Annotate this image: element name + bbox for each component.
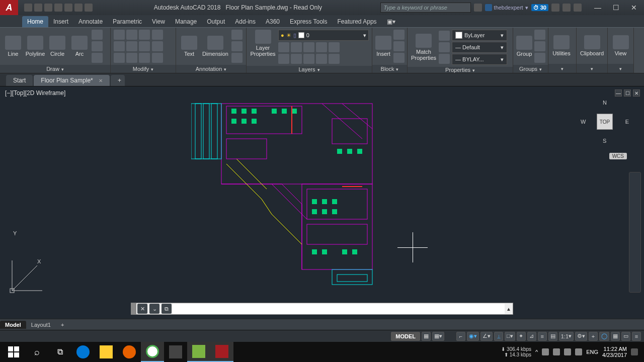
fillet-icon[interactable]	[139, 41, 150, 51]
status-isolate-icon[interactable]: ◯	[599, 332, 609, 341]
line-button[interactable]: Line	[3, 36, 23, 57]
trial-badge[interactable]: ⏱ 30	[531, 4, 548, 11]
tab-a360[interactable]: A360	[261, 16, 285, 27]
tray-notifications-icon[interactable]	[631, 348, 638, 355]
cortana-search-icon[interactable]: ⌕	[25, 342, 48, 362]
modify-tool-icon[interactable]	[152, 30, 163, 40]
minimize-button[interactable]: —	[591, 3, 605, 13]
draw-tool-icon[interactable]	[92, 41, 103, 51]
tray-volume-icon[interactable]	[564, 348, 571, 355]
layer-tool-icon[interactable]	[316, 42, 327, 52]
taskbar-chrome[interactable]	[141, 342, 164, 362]
arc-button[interactable]: Arc	[69, 36, 90, 57]
draw-tool-icon[interactable]	[92, 30, 103, 40]
taskbar-autocad[interactable]	[210, 342, 233, 362]
panel-title-draw[interactable]: Draw	[0, 65, 110, 73]
command-line[interactable]: ✕ ⌄ ⧉ ▲	[131, 303, 513, 315]
tab-insert[interactable]: Insert	[48, 16, 73, 27]
status-ortho-icon[interactable]: ∠▾	[480, 332, 493, 341]
block-tool-icon[interactable]	[393, 53, 405, 63]
layer-tool-icon[interactable]	[303, 42, 314, 52]
panel-title-block[interactable]: Block	[372, 65, 407, 73]
stay-connected-icon[interactable]	[562, 4, 571, 12]
filetab-close-icon[interactable]: ✕	[99, 78, 103, 83]
copy-icon[interactable]	[114, 41, 125, 51]
tray-chevron-icon[interactable]: ^	[535, 349, 538, 355]
viewcube-top[interactable]: TOP	[597, 114, 613, 130]
status-gear-icon[interactable]: ⚙▾	[575, 332, 587, 341]
tab-parametric[interactable]: Parametric	[108, 16, 147, 27]
panel-title-view[interactable]	[608, 64, 633, 73]
search-go-icon[interactable]	[474, 4, 482, 12]
qat-plot-icon[interactable]	[64, 4, 72, 12]
task-view-icon[interactable]: ⧉	[48, 342, 71, 362]
tray-clock[interactable]: 11:22 AM 4/23/2017	[602, 346, 627, 358]
viewcube[interactable]: N S E W TOP	[580, 97, 630, 147]
layer-tool-icon[interactable]	[329, 42, 340, 52]
rotate-icon[interactable]	[126, 30, 137, 40]
circle-button[interactable]: Circle	[47, 36, 67, 57]
tray-battery-icon[interactable]	[575, 348, 582, 355]
qat-saveas-icon[interactable]	[54, 4, 62, 12]
taskbar-firefox[interactable]	[118, 342, 141, 362]
tray-onedrive-icon[interactable]	[542, 348, 549, 355]
linetype-dropdown[interactable]: — BYLAY...▾	[452, 54, 507, 65]
view-button[interactable]: View	[611, 35, 630, 56]
tab-express-tools[interactable]: Express Tools	[285, 16, 332, 27]
text-button[interactable]: Text	[179, 36, 199, 57]
taskbar-edge[interactable]	[71, 342, 95, 362]
viewcube-s[interactable]: S	[603, 138, 606, 144]
start-button[interactable]	[2, 342, 25, 362]
app-logo[interactable]: A	[0, 0, 18, 15]
panel-title-utilities[interactable]	[548, 64, 576, 73]
close-button[interactable]: ✕	[627, 3, 641, 13]
drawing-canvas[interactable]: [−][Top][2D Wireframe] — ☐ ✕ N S E W TOP…	[0, 86, 644, 319]
trim-icon[interactable]	[139, 30, 150, 40]
qat-save-icon[interactable]	[44, 4, 52, 12]
modify-tool-icon[interactable]	[152, 53, 163, 63]
status-grid-icon[interactable]: ▦	[422, 332, 431, 341]
signin-menu[interactable]: thebdexpert ▾	[485, 4, 528, 11]
ann-tool-icon[interactable]	[231, 41, 243, 51]
status-customize-icon[interactable]: ≡	[632, 332, 641, 341]
status-3dosnap-icon[interactable]: ✦	[517, 332, 526, 341]
group-tool-icon[interactable]	[534, 53, 545, 63]
props-tool-icon[interactable]	[439, 31, 450, 41]
viewcube-w[interactable]: W	[581, 119, 586, 125]
status-scale[interactable]: 1:1▾	[559, 332, 574, 341]
status-lwt-icon[interactable]: ≡	[538, 332, 547, 341]
color-dropdown[interactable]: ByLayer▾	[452, 30, 507, 41]
cmdline-close-icon[interactable]: ✕	[137, 304, 147, 314]
tab-output[interactable]: Output	[202, 16, 230, 27]
utilities-button[interactable]: Utilities	[551, 35, 572, 56]
clipboard-button[interactable]: Clipboard	[580, 35, 604, 56]
command-input[interactable]	[173, 304, 505, 314]
viewcube-n[interactable]: N	[603, 100, 607, 106]
group-tool-icon[interactable]	[534, 41, 545, 51]
status-transparency-icon[interactable]: ▤	[548, 332, 557, 341]
layer-dropdown[interactable]: ● ☀ ▯ 0 ▾	[278, 30, 369, 41]
tab-addins[interactable]: Add-ins	[230, 16, 261, 27]
layer-tool-icon[interactable]	[278, 42, 289, 52]
layer-tool-icon[interactable]	[291, 54, 302, 64]
layer-tool-icon[interactable]	[278, 54, 289, 64]
panel-title-properties[interactable]: Properties	[408, 67, 513, 73]
status-clean-icon[interactable]: ▭	[621, 332, 630, 341]
panel-title-groups[interactable]: Groups	[513, 65, 548, 73]
tray-network-icon[interactable]	[553, 348, 560, 355]
lineweight-dropdown[interactable]: — Default▾	[452, 42, 507, 53]
layer-properties-button[interactable]: Layer Properties	[250, 30, 276, 57]
filetab-current[interactable]: Floor Plan Sample* ✕	[34, 75, 110, 86]
taskbar-app1[interactable]	[164, 342, 187, 362]
cmdline-customize-icon[interactable]: ⌄	[149, 304, 159, 314]
status-osnap-icon[interactable]: □▾	[505, 332, 515, 341]
qat-undo-icon[interactable]	[74, 4, 83, 12]
ann-tool-icon[interactable]	[231, 30, 243, 40]
scale-icon[interactable]	[126, 53, 137, 63]
status-dynamic-icon[interactable]: ◉▾	[467, 332, 479, 341]
block-tool-icon[interactable]	[393, 41, 405, 51]
viewcube-e[interactable]: E	[625, 119, 629, 125]
filetab-add[interactable]: +	[111, 75, 125, 86]
insert-block-button[interactable]: Insert	[375, 36, 391, 57]
status-otrack-icon[interactable]: ⊿	[527, 332, 536, 341]
